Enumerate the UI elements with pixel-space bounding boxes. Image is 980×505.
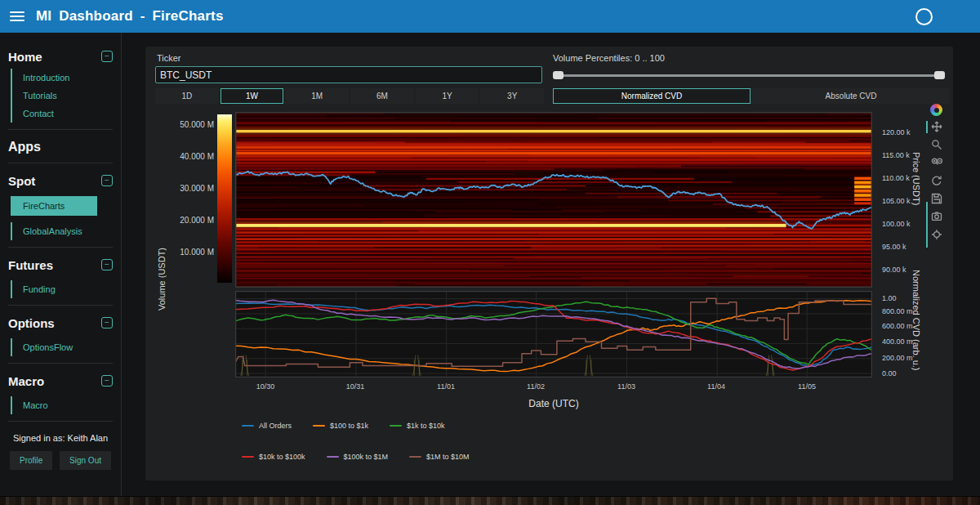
slider-track[interactable] [553,74,945,77]
sidebar-section-home: Home [8,50,42,64]
volume-tick: 50.000 M [145,120,214,129]
app-title: MI Dashboard - FireCharts [36,8,224,25]
legend-swatch [242,425,254,427]
volume-tick: 40.000 M [145,152,214,161]
sidebar-item-firecharts[interactable]: FireCharts [12,196,97,216]
autoscale-icon[interactable] [931,175,942,186]
percentile-handle-max[interactable] [934,71,945,79]
x-tick: 11/02 [511,382,560,391]
legend-item-10k-100k[interactable]: $10k to $100k [242,453,305,461]
timeframe-1w-button[interactable]: 1W [220,88,284,104]
cvd-axis-title: Normalized CVD (arb. u.) [911,270,921,413]
legend-item-1k-10k[interactable]: $1k to $10k [390,422,445,430]
box-zoom-icon[interactable] [931,139,942,150]
price-tick: 120.00 k [882,128,933,136]
sidebar-section-macro: Macro [8,374,44,388]
legend-row: $10k to $100k $100k to $1M $1M to $10M [242,453,470,461]
timeframe-3y-button[interactable]: 3Y [480,88,544,104]
sidebar-section-apps: Apps [8,140,41,154]
x-tick: 11/05 [782,382,831,391]
crosshair-icon[interactable] [931,229,942,240]
timeframe-1d-button[interactable]: 1D [155,88,219,104]
price-tick: 115.00 k [882,151,933,159]
legend-label: All Orders [259,422,292,430]
account-icon[interactable] [915,8,933,25]
sign-out-button[interactable]: Sign Out [60,451,111,470]
volume-colorbar [217,114,232,283]
percentile-range-slider[interactable] [553,71,945,79]
sidebar-section-options: Options [8,316,55,330]
volume-tick: 30.000 M [145,184,214,193]
legend-label: $1k to $10k [407,422,445,430]
plotly-logo-icon[interactable] [930,104,942,116]
legend-item-100k-1m[interactable]: $100k to $1M [327,453,389,461]
legend-swatch [242,456,254,458]
percentile-handle-min[interactable] [553,71,564,79]
sidebar-item-introduction[interactable]: Introduction [12,69,121,87]
legend-label: $100 to $1k [330,422,368,430]
sidebar-item-tutorials[interactable]: Tutorials [12,87,121,105]
cvd-tick: 0.00 [882,369,933,378]
pan-icon[interactable] [931,121,942,132]
sidebar-item-macro[interactable]: Macro [12,396,121,414]
divider [8,305,113,306]
legend-label: $100k to $1M [344,453,389,461]
heatmap-canvas[interactable] [235,112,872,288]
collapse-home-button[interactable]: − [101,51,113,62]
cvd-tick: 1.00 [882,294,933,302]
absolute-cvd-button[interactable]: Absolute CVD [752,88,950,104]
sidebar-item-contact[interactable]: Contact [12,105,121,123]
legend-label: $10k to $100k [259,453,305,461]
save-icon[interactable] [931,193,942,204]
camera-icon[interactable] [931,211,942,222]
cvd-canvas[interactable] [235,291,872,378]
divider [8,363,113,364]
volume-tick: 20.000 M [145,216,214,225]
legend-swatch [327,456,339,458]
sidebar-divider [121,33,122,496]
legend-item-100-1k[interactable]: $100 to $1k [313,422,368,430]
price-tick: 95.00 k [882,243,933,251]
price-axis-title: Price (USDT) [911,152,921,250]
menu-icon[interactable] [10,11,24,21]
sidebar-item-funding[interactable]: Funding [12,280,121,298]
collapse-macro-button[interactable]: − [101,375,113,387]
firecharts-panel: Ticker 1D 1W 1M 6M 1Y 3Y Volume Percenti… [145,47,953,480]
legend-label: $1M to $10M [426,453,470,461]
price-tick: 90.00 k [882,266,933,274]
cvd-tick: 600.00 m [882,322,933,330]
legend-swatch [409,456,421,458]
sidebar-item-globalanalysis[interactable]: GlobalAnalysis [12,222,121,240]
legend-item-all-orders[interactable]: All Orders [242,422,292,430]
x-tick: 11/03 [602,382,651,391]
collapse-futures-button[interactable]: − [101,259,113,270]
divider [8,247,113,248]
sidebar-item-optionsflow[interactable]: OptionsFlow [12,338,121,356]
cvd-mode-group: Normalized CVD Absolute CVD [553,88,950,104]
x-tick: 11/01 [421,382,470,391]
timeframe-6m-button[interactable]: 6M [350,88,414,104]
cvd-tick: 200.00 m [882,354,933,362]
ticker-input[interactable] [155,66,542,83]
profile-button[interactable]: Profile [10,451,52,470]
zoom-in-out-icon[interactable] [931,157,942,168]
volume-tick: 10.000 M [145,248,214,257]
normalized-cvd-button[interactable]: Normalized CVD [553,88,751,104]
collapse-spot-button[interactable]: − [101,175,113,186]
cvd-tick: 400.00 m [882,337,933,346]
price-tick: 100.00 k [882,220,933,228]
app-window: MI Dashboard - FireCharts Home − Introdu… [0,0,980,505]
legend-row: All Orders $100 to $1k $1k to $10k [242,422,445,430]
collapse-options-button[interactable]: − [101,317,113,328]
app-header: MI Dashboard - FireCharts [0,0,980,33]
x-axis-title: Date (UTC) [472,398,635,409]
divider [8,421,113,422]
modebar-active-indicator [926,121,928,133]
timeframe-1y-button[interactable]: 1Y [416,88,479,104]
legend-item-1m-10m[interactable]: $1M to $10M [409,453,470,461]
price-tick: 105.00 k [882,197,933,205]
sidebar: Home − Introduction Tutorials Contact Ap… [0,33,121,496]
price-tick: 110.00 k [882,174,933,182]
timeframe-1m-button[interactable]: 1M [285,88,349,104]
cvd-tick: 800.00 m [882,307,933,315]
